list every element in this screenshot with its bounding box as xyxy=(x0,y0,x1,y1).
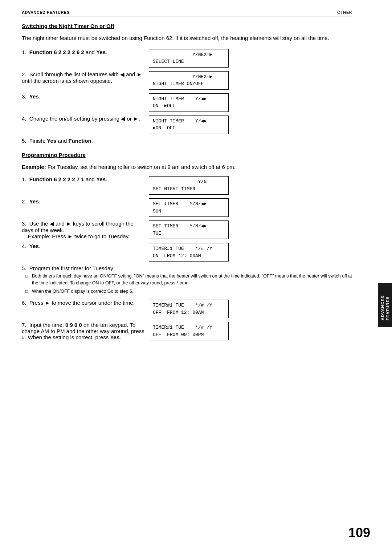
display-box-1: Y/NEXT► SELECT LINE xyxy=(149,49,229,68)
prog-step1-row: 1. Function 6 2 2 2 2 7 1 and Yes. Y/N S… xyxy=(22,176,352,195)
step5-text: Finish: Yes and Function. xyxy=(28,138,93,144)
display-box-p3: SET TIMER Y/N/◀► TUE xyxy=(149,220,229,239)
section1-intro: The night timer feature must be switched… xyxy=(22,34,352,42)
display-box-3: NIGHT TIMER Y/◀► ON ►OFF xyxy=(149,93,229,112)
step2-text: Scroll through the list of features with… xyxy=(22,71,142,84)
header-left: ADVANCED FEATURES xyxy=(22,10,70,15)
page-number: 109 xyxy=(348,525,370,540)
prog-step2-num: 2. xyxy=(22,198,26,204)
step2-row: 2. Scroll through the list of features w… xyxy=(22,71,352,90)
step1-left: 1. Function 6 2 2 2 2 6 2 and Yes. xyxy=(22,49,145,55)
prog-step4-left: 4. Yes. xyxy=(22,243,145,249)
display-box-4: NIGHT TIMER Y/◀► ►ON OFF xyxy=(149,116,229,134)
step3-row: 3. Yes. NIGHT TIMER Y/◀► ON ►OFF xyxy=(22,93,352,112)
step5-left: 5. Finish: Yes and Function. xyxy=(22,138,145,144)
section2-example: Example: For Tuesday, set the heating ro… xyxy=(22,163,352,171)
prog-step5-text: Program the first timer for Tuesday: xyxy=(28,265,115,271)
page-header: ADVANCED FEATURES OTHER xyxy=(22,10,352,16)
prog-step3-display: SET TIMER Y/N/◀► TUE xyxy=(149,220,232,239)
prog-step1-text: Function 6 2 2 2 2 7 1 and Yes. xyxy=(28,176,107,182)
display-box-p2: SET TIMER Y/N/◀► SUN xyxy=(149,198,229,217)
prog-step4-num: 4. xyxy=(22,243,26,249)
prog-step4-row: 4. Yes. TIMER#1 TUE */# /Y ON FROM 12: 0… xyxy=(22,243,352,262)
step4-display: NIGHT TIMER Y/◀► ►ON OFF xyxy=(149,116,232,134)
section1: Switching the Night Timer On or Off The … xyxy=(22,23,352,144)
prog-step6-left: 6. Press ► to move the cursor under the … xyxy=(22,300,145,306)
section2: Programming Procedure Example: For Tuesd… xyxy=(22,152,352,341)
prog-step7-num: 7. xyxy=(22,322,26,328)
side-tab: ADVANCED FEATURES xyxy=(378,283,392,327)
prog-step1-num: 1. xyxy=(22,176,26,182)
header-right: OTHER xyxy=(337,10,352,15)
sub-bullet-1-text: Both timers for each day have an ON/OFF … xyxy=(32,273,352,287)
prog-step3-num: 3. xyxy=(22,220,26,227)
prog-step4-text: Yes. xyxy=(28,243,40,249)
step2-num: 2. xyxy=(22,71,26,77)
prog-step2-left: 2. Yes. xyxy=(22,198,145,204)
display-box-2: Y/NEXT► NIGHT TIMER ON/OFF xyxy=(149,71,229,90)
step3-text: Yes. xyxy=(28,93,40,100)
sub-bullets: □ Both timers for each day have an ON/OF… xyxy=(25,273,352,295)
bullet-sym-2: □ xyxy=(25,288,32,295)
display-box-p1: Y/N SET NIGHT TIMER xyxy=(149,176,229,195)
step5-row: 5. Finish: Yes and Function. xyxy=(22,138,352,144)
prog-step2-row: 2. Yes. SET TIMER Y/N/◀► SUN xyxy=(22,198,352,217)
display-box-p7: TIMER#1 TUE */# /Y OFF FROM 09: 00PM xyxy=(149,322,229,340)
prog-step7-text: Input the time: 0 9 0 0 on the ten keypa… xyxy=(22,322,144,340)
prog-step2-text: Yes. xyxy=(28,198,40,204)
step1-display: Y/NEXT► SELECT LINE xyxy=(149,49,232,68)
prog-step7-row: 7. Input the time: 0 9 0 0 on the ten ke… xyxy=(22,322,352,340)
step2-left: 2. Scroll through the list of features w… xyxy=(22,71,145,84)
prog-step5-left: 5. Program the first timer for Tuesday: … xyxy=(22,265,352,296)
step3-num: 3. xyxy=(22,93,26,100)
step2-display: Y/NEXT► NIGHT TIMER ON/OFF xyxy=(149,71,232,90)
section1-title: Switching the Night Timer On or Off xyxy=(22,23,352,29)
step3-display: NIGHT TIMER Y/◀► ON ►OFF xyxy=(149,93,232,112)
main-content: ADVANCED FEATURES OTHER Switching the Ni… xyxy=(22,0,370,340)
prog-step1-left: 1. Function 6 2 2 2 2 7 1 and Yes. xyxy=(22,176,145,182)
step1-text: Function 6 2 2 2 2 6 2 and Yes. xyxy=(28,49,107,55)
step4-row: 4. Change the on/off setting by pressing… xyxy=(22,116,352,134)
step5-num: 5. xyxy=(22,138,26,144)
step4-text: Change the on/off setting by pressing ◀ … xyxy=(28,116,140,122)
step4-num: 4. xyxy=(22,116,26,122)
prog-step1-display: Y/N SET NIGHT TIMER xyxy=(149,176,232,195)
sub-bullet-2-text: When the ON/OFF display is correct: Go t… xyxy=(32,288,133,295)
section2-title: Programming Procedure xyxy=(22,152,352,158)
sub-bullet-2: □ When the ON/OFF display is correct: Go… xyxy=(25,288,352,295)
prog-step6-display: TIMER#1 TUE */# /Y OFF FROM 12: 00AM xyxy=(149,300,232,318)
prog-step4-display: TIMER#1 TUE */# /Y ON FROM 12: 00AM xyxy=(149,243,232,262)
step1-row: 1. Function 6 2 2 2 2 6 2 and Yes. Y/NEX… xyxy=(22,49,352,68)
page-wrapper: ADVANCED FEATURES ADVANCED FEATURES OTHE… xyxy=(0,0,392,555)
prog-step6-text: Press ► to move the cursor under the tim… xyxy=(28,300,135,306)
sub-bullet-1: □ Both timers for each day have an ON/OF… xyxy=(25,273,352,287)
bullet-sym-1: □ xyxy=(25,273,32,279)
prog-step3-row: 3. Use the ◀ and ► keys to scroll throug… xyxy=(22,220,352,239)
step3-left: 3. Yes. xyxy=(22,93,145,100)
step4-left: 4. Change the on/off setting by pressing… xyxy=(22,116,145,122)
prog-step5-row: 5. Program the first timer for Tuesday: … xyxy=(22,265,352,296)
prog-step6-row: 6. Press ► to move the cursor under the … xyxy=(22,300,352,318)
prog-step2-display: SET TIMER Y/N/◀► SUN xyxy=(149,198,232,217)
prog-step5-num: 5. xyxy=(22,265,26,271)
step1-num: 1. xyxy=(22,49,26,55)
display-box-p4: TIMER#1 TUE */# /Y ON FROM 12: 00AM xyxy=(149,243,229,262)
prog-step7-display: TIMER#1 TUE */# /Y OFF FROM 09: 00PM xyxy=(149,322,232,340)
display-box-p6: TIMER#1 TUE */# /Y OFF FROM 12: 00AM xyxy=(149,300,229,318)
prog-step7-left: 7. Input the time: 0 9 0 0 on the ten ke… xyxy=(22,322,145,340)
prog-step6-num: 6. xyxy=(22,300,26,306)
prog-step3-text: Use the ◀ and ► keys to scroll through t… xyxy=(22,220,134,239)
prog-step3-left: 3. Use the ◀ and ► keys to scroll throug… xyxy=(22,220,145,239)
